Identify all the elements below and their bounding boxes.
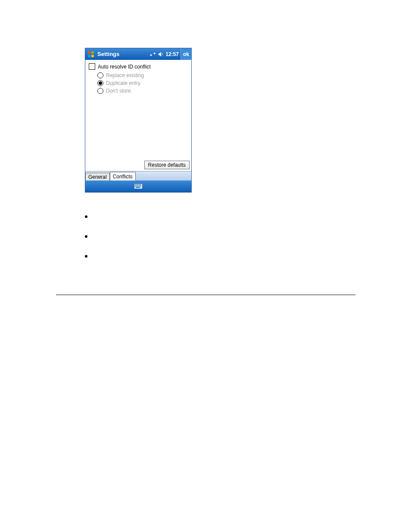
ok-button[interactable]: ok [181, 48, 191, 60]
auto-resolve-checkbox-row[interactable]: Auto resolve ID conflict [88, 63, 189, 70]
tab-general[interactable]: General [85, 173, 110, 180]
dont-store-radio-row[interactable]: Don't store [97, 88, 189, 94]
svg-rect-7 [137, 184, 138, 185]
title-bar-title: Settings [97, 51, 149, 57]
svg-rect-11 [136, 186, 137, 187]
svg-rect-10 [135, 186, 136, 187]
svg-rect-6 [136, 184, 137, 185]
bullet [85, 235, 87, 238]
svg-rect-12 [137, 186, 138, 187]
replace-existing-radio[interactable] [97, 72, 103, 78]
replace-existing-label: Replace existing [106, 72, 144, 78]
svg-rect-8 [139, 184, 140, 185]
svg-rect-9 [140, 184, 141, 185]
svg-rect-0 [88, 51, 90, 54]
tab-conflicts[interactable]: Conflicts [110, 172, 136, 180]
restore-defaults-button[interactable]: Restore defaults [144, 161, 190, 169]
replace-existing-radio-row[interactable]: Replace existing [97, 72, 189, 78]
svg-rect-1 [91, 51, 94, 54]
bottom-bar [85, 180, 191, 192]
keyboard-icon[interactable] [134, 184, 143, 189]
svg-rect-2 [88, 55, 90, 57]
svg-rect-5 [135, 184, 136, 185]
connectivity-icon[interactable] [149, 52, 156, 57]
duplicate-entry-radio[interactable] [97, 80, 103, 86]
title-bar: Settings 12:57 ok [85, 48, 191, 60]
duplicate-entry-label: Duplicate entry [106, 80, 140, 86]
horizontal-rule [56, 295, 355, 295]
auto-resolve-checkbox[interactable] [89, 63, 95, 70]
content-area: Auto resolve ID conflict Replace existin… [85, 60, 191, 171]
start-icon[interactable] [86, 48, 96, 60]
device-screen: Settings 12:57 ok Auto resolve ID confli… [85, 48, 192, 193]
speaker-icon[interactable] [158, 51, 164, 57]
svg-rect-15 [136, 187, 140, 188]
bullet-list [85, 215, 87, 275]
bullet [85, 255, 87, 258]
duplicate-entry-radio-row[interactable]: Duplicate entry [97, 80, 189, 86]
svg-rect-13 [139, 186, 140, 187]
auto-resolve-label: Auto resolve ID conflict [98, 64, 151, 70]
bullet [85, 215, 87, 218]
dont-store-radio[interactable] [97, 88, 103, 94]
clock: 12:57 [165, 51, 179, 57]
svg-rect-3 [91, 55, 94, 57]
dont-store-label: Don't store [106, 88, 131, 94]
svg-rect-14 [140, 186, 141, 187]
tab-bar: General Conflicts [85, 171, 191, 180]
